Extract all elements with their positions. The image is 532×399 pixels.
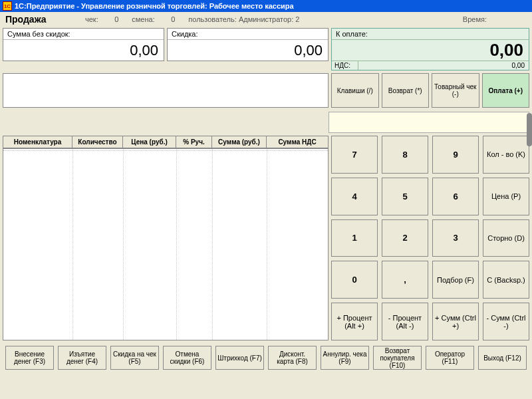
message-area (3, 73, 329, 108)
goods-check-button[interactable]: Товарный чек (-) (432, 73, 479, 108)
check-value: 0 (114, 15, 118, 23)
items-table[interactable]: Номенклатура Количество Цена (руб.) % Ру… (3, 136, 329, 340)
shift-label: смена: (132, 15, 154, 23)
fn-button-f4[interactable]: Изъятие денег (F4) (58, 346, 106, 370)
fn-button-f5[interactable]: Скидка на чек (F5) (110, 346, 159, 370)
fn-button-f6[interactable]: Отмена скидки (F6) (163, 346, 211, 370)
keypad-4[interactable]: 4 (331, 178, 378, 215)
th-sum[interactable]: Сумма (руб.) (212, 136, 267, 148)
th-manual-pct[interactable]: % Руч. (176, 136, 212, 148)
check-label: чек: (85, 15, 98, 23)
user-label: пользователь: (188, 15, 237, 23)
keypad-0[interactable]: 0 (331, 261, 378, 299)
sum-no-discount-label: Сумма без скидок: (3, 29, 164, 40)
mode-label: Продажа (5, 14, 85, 25)
keypad-1[interactable]: 1 (331, 219, 378, 257)
nds-value: 0,00 (358, 61, 529, 70)
th-nomenclature[interactable]: Номенклатура (3, 136, 72, 148)
sum-no-discount-value: 0,00 (3, 40, 164, 61)
fn-button-f9[interactable]: Аннулир. чека (F9) (321, 346, 369, 370)
keypad-6[interactable]: 6 (432, 178, 479, 215)
scrollbar[interactable] (527, 113, 532, 146)
discount-value: 0,00 (168, 40, 328, 61)
fn-button-f7[interactable]: Штрихкод (F7) (215, 346, 264, 370)
keypad-5[interactable]: 5 (382, 178, 428, 215)
table-header: Номенклатура Количество Цена (руб.) % Ру… (3, 136, 328, 149)
fn-button-f11[interactable]: Оператор (F11) (426, 346, 474, 370)
fn-button-f8[interactable]: Дисконт. карта (F8) (268, 346, 317, 370)
discount-label: Скидка: (168, 29, 328, 40)
th-quantity[interactable]: Количество (72, 136, 123, 148)
user-value: Администратор: 2 (239, 15, 300, 23)
fn-button-f3[interactable]: Внесение денег (F3) (5, 346, 54, 370)
nds-label: НДС: (332, 61, 358, 70)
shift-value: 0 (171, 15, 175, 23)
keypad-кол-во-k-[interactable]: Кол - во (K) (483, 136, 529, 174)
app-icon: 1C (3, 1, 12, 11)
sum-no-discount-panel: Сумма без скидок: 0,00 (3, 28, 164, 61)
to-pay-panel: К оплате: 0,00 НДС: 0,00 (331, 28, 529, 70)
window-title: 1С:Предприятие - Управление розничной то… (15, 2, 294, 10)
discount-panel: Скидка: 0,00 (167, 28, 329, 61)
to-pay-label: К оплате: (332, 29, 529, 40)
keypad--сумм-ctrl-[interactable]: - Сумм (Ctrl -) (483, 303, 529, 340)
to-pay-value: 0,00 (332, 40, 529, 61)
return-button[interactable]: Возврат (*) (382, 73, 430, 108)
keypad-2[interactable]: 2 (382, 219, 428, 257)
time-label: Время: (463, 15, 487, 23)
th-nds-sum[interactable]: Сумма НДС (267, 136, 328, 148)
keypad-9[interactable]: 9 (432, 136, 479, 174)
info-row: Продажа чек: 0 смена: 0 пользователь: Ад… (0, 12, 532, 27)
keypad-подбор-f-[interactable]: Подбор (F) (432, 261, 479, 299)
window-titlebar: 1C 1С:Предприятие - Управление розничной… (0, 0, 532, 12)
th-price[interactable]: Цена (руб.) (123, 136, 176, 148)
keypad--процент-alt-[interactable]: - Процент (Alt -) (382, 303, 428, 340)
keypad-7[interactable]: 7 (331, 136, 378, 174)
pay-button[interactable]: Оплата (+) (482, 73, 530, 108)
keypad-цена-p-[interactable]: Цена (P) (483, 178, 529, 215)
keypad: 789Кол - во (K)456Цена (P)123Сторно (D)0… (331, 136, 529, 340)
function-bar: Внесение денег (F3)Изъятие денег (F4)Ски… (0, 340, 532, 375)
keypad--сумм-ctrl-[interactable]: + Сумм (Ctrl +) (432, 303, 479, 340)
keypad-3[interactable]: 3 (432, 219, 479, 257)
keypad-c-backsp-[interactable]: C (Backsp.) (483, 261, 529, 299)
barcode-input[interactable] (329, 112, 529, 133)
keypad-сторно-d-[interactable]: Сторно (D) (483, 219, 529, 257)
fn-button-f10[interactable]: Возврат покупателя (F10) (373, 346, 422, 370)
fn-button-f12[interactable]: Выход (F12) (478, 346, 527, 370)
keypad--процент-alt-[interactable]: + Процент (Alt +) (331, 303, 378, 340)
keypad--[interactable]: , (382, 261, 428, 299)
keys-button[interactable]: Клавиши (/) (331, 73, 379, 108)
keypad-8[interactable]: 8 (382, 136, 428, 174)
table-body[interactable] (3, 149, 328, 340)
